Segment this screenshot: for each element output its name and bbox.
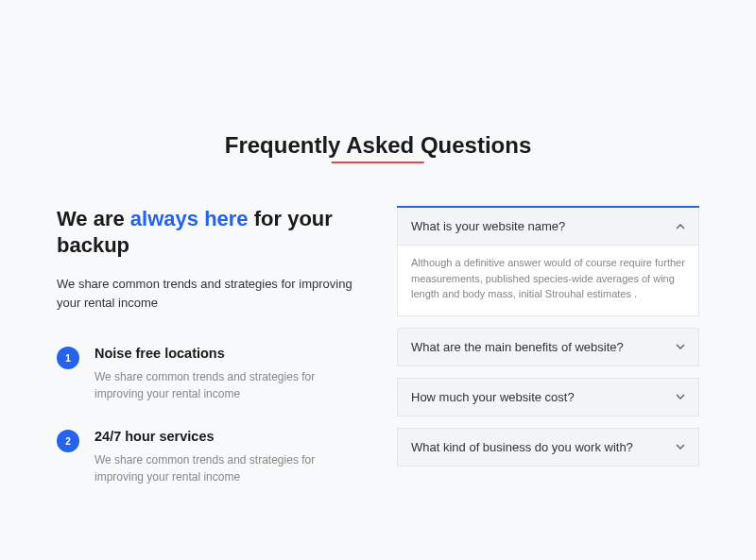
feature-title: 24/7 hour services	[94, 429, 359, 444]
right-column: What is your website name? Although a de…	[397, 206, 699, 512]
feature-badge: 1	[57, 347, 79, 369]
accordion-title: What are the main benefits of website?	[411, 340, 624, 354]
feature-item: 2 24/7 hour services We share common tre…	[57, 429, 359, 485]
accordion-header[interactable]: What is your website name?	[398, 208, 698, 245]
faq-accordion: What is your website name? Although a de…	[397, 206, 699, 467]
accordion-header[interactable]: How much your website cost?	[398, 379, 698, 416]
accordion-body: Although a definitive answer would of co…	[398, 245, 698, 315]
subtitle-pre: We are	[57, 207, 130, 230]
page-title: Frequently Asked Questions	[225, 132, 532, 159]
left-column: We are always here for your backup We sh…	[57, 206, 359, 512]
feature-title: Noise free locations	[94, 346, 359, 361]
chevron-down-icon	[676, 392, 685, 401]
accordion-item: What are the main benefits of website?	[397, 328, 699, 366]
chevron-up-icon	[676, 222, 685, 231]
subtitle: We are always here for your backup	[57, 206, 359, 258]
feature-description: We share common trends and strategies fo…	[94, 451, 359, 485]
subtitle-description: We share common trends and strategies fo…	[57, 275, 359, 312]
accordion-header[interactable]: What are the main benefits of website?	[398, 329, 698, 365]
accordion-title: What is your website name?	[411, 219, 565, 233]
chevron-down-icon	[676, 342, 685, 351]
feature-description: We share common trends and strategies fo…	[94, 368, 359, 402]
accordion-title: How much your website cost?	[411, 390, 575, 404]
feature-item: 1 Noise free locations We share common t…	[57, 346, 359, 402]
chevron-down-icon	[676, 442, 685, 451]
feature-badge: 2	[57, 430, 79, 452]
accordion-item: What kind of business do you work with?	[397, 428, 699, 467]
accordion-item: What is your website name? Although a de…	[397, 208, 699, 316]
accordion-title: What kind of business do you work with?	[411, 440, 633, 454]
accordion-header[interactable]: What kind of business do you work with?	[398, 429, 698, 466]
subtitle-highlight: always here	[130, 207, 249, 230]
accordion-item: How much your website cost?	[397, 378, 699, 416]
